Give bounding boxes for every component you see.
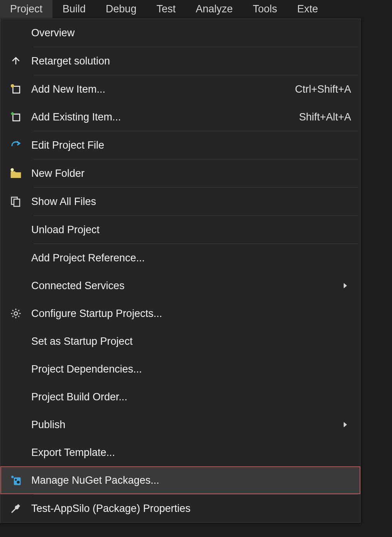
menu-item-label: Set as Startup Project [31,335,351,347]
menu-item-overview[interactable]: Overview [0,19,360,47]
menu-item-label: Overview [31,27,351,39]
menu-item-project-build-order[interactable]: Project Build Order... [0,383,360,411]
menubar-item-build[interactable]: Build [52,0,96,18]
menu-item-set-as-startup-project[interactable]: Set as Startup Project [0,327,360,355]
menu-item-retarget-solution[interactable]: Retarget solution [0,47,360,75]
project-menu: Overview Retarget solution Add New Item.… [0,19,361,523]
menu-item-label: Publish [31,419,340,431]
menu-item-label: Project Build Order... [31,391,351,403]
menubar-item-tools[interactable]: Tools [243,0,287,18]
new-folder-icon [0,168,31,179]
menu-item-add-new-item[interactable]: Add New Item... Ctrl+Shift+A [0,75,360,103]
menu-item-shortcut: Shift+Alt+A [299,111,351,123]
svg-point-8 [11,476,14,478]
svg-rect-6 [14,199,20,207]
wrench-icon [0,503,31,514]
gear-icon [0,308,31,319]
svg-rect-1 [13,86,20,93]
menu-item-publish[interactable]: Publish [0,411,360,439]
menu-item-label: Export Template... [31,447,351,459]
menu-item-label: Project Dependencies... [31,363,351,375]
svg-point-7 [14,312,18,315]
menu-item-new-folder[interactable]: New Folder [0,159,360,187]
menu-item-label: Connected Services [31,280,340,292]
chevron-right-icon [340,283,351,288]
nuget-icon [0,474,31,486]
menu-item-add-existing-item[interactable]: Add Existing Item... Shift+Alt+A [0,103,360,131]
menubar-item-debug[interactable]: Debug [96,0,147,18]
menu-item-label: Show All Files [31,196,351,208]
svg-line-11 [12,508,16,512]
menu-item-label: Manage NuGet Packages... [31,474,351,486]
menu-item-add-project-reference[interactable]: Add Project Reference... [0,244,360,272]
redo-icon [0,139,31,151]
menu-item-edit-project-file[interactable]: Edit Project File [0,131,360,159]
menu-item-show-all-files[interactable]: Show All Files [0,188,360,215]
menu-item-label: Test-AppSilo (Package) Properties [31,503,351,515]
new-item-icon [0,83,31,95]
menu-item-label: Add Project Reference... [31,252,351,264]
arrow-up-icon [0,55,31,67]
menu-item-export-template[interactable]: Export Template... [0,439,360,466]
menubar-item-project[interactable]: Project [0,0,52,18]
menu-item-label: Unload Project [31,224,351,236]
menubar-item-extensions[interactable]: Exte [287,0,328,18]
menubar: Project Build Debug Test Analyze Tools E… [0,0,392,19]
menu-item-label: Add New Item... [31,83,295,95]
menu-item-manage-nuget-packages[interactable]: Manage NuGet Packages... [0,466,360,494]
menu-item-shortcut: Ctrl+Shift+A [295,83,351,95]
menu-item-project-properties[interactable]: Test-AppSilo (Package) Properties [0,495,360,522]
svg-rect-3 [13,114,20,121]
svg-point-10 [17,481,20,484]
existing-item-icon [0,111,31,123]
menubar-item-test[interactable]: Test [147,0,186,18]
menu-item-unload-project[interactable]: Unload Project [0,216,360,244]
menu-item-label: Edit Project File [31,139,351,151]
menu-item-label: Retarget solution [31,55,351,67]
menubar-item-analyze[interactable]: Analyze [186,0,243,18]
menu-item-label: Add Existing Item... [31,111,299,123]
svg-point-9 [15,479,17,481]
menu-item-connected-services[interactable]: Connected Services [0,272,360,300]
menu-item-label: Configure Startup Projects... [31,308,351,320]
menu-item-project-dependencies[interactable]: Project Dependencies... [0,355,360,383]
menu-item-configure-startup-projects[interactable]: Configure Startup Projects... [0,300,360,327]
chevron-right-icon [340,422,351,427]
menu-item-label: New Folder [31,168,351,180]
show-all-files-icon [0,196,31,207]
